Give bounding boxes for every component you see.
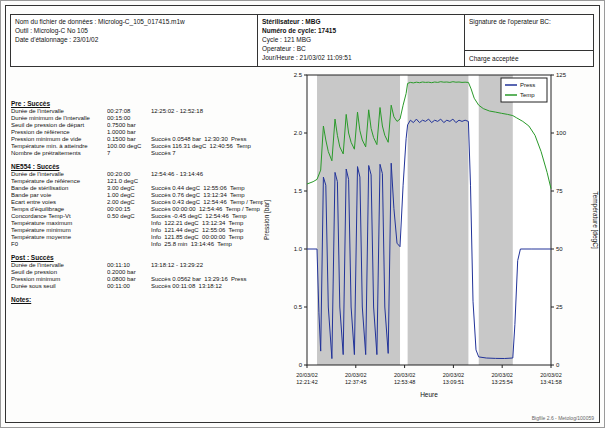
notes-label: Notes:	[11, 295, 263, 304]
header-cycle-box: Stérilisateur : MBG Numéro de cycle: 174…	[257, 14, 465, 67]
pressure-temperature-chart: 00.51.01.52.02.5025507510012520/03/0212:…	[259, 65, 601, 419]
svg-text:13:25:54: 13:25:54	[491, 379, 512, 385]
report-row: Durée minimum de l'intervalle00:15:00	[11, 115, 263, 122]
report-row: Temps d'équilibrage00:00:15Succès 00:00:…	[11, 206, 263, 213]
signature-divider	[465, 50, 593, 51]
svg-text:13:41:58: 13:41:58	[540, 379, 561, 385]
report-row: Seuil de pression0.2000 bar	[11, 269, 263, 276]
charge-accepted-label: Charge acceptée	[469, 55, 519, 62]
svg-text:0: 0	[556, 362, 560, 368]
data-file-name: Nom du fichier de données : Microlog-C_1…	[15, 17, 253, 26]
operator-name: Operateur : BC	[262, 44, 460, 53]
svg-text:0.5: 0.5	[294, 304, 303, 310]
report-row: F0Info 25.8 min 13:14:46 Temp	[11, 241, 263, 248]
report-row: Nombre de prétraitements7Succès 7	[11, 150, 263, 157]
cycle-datetime: Jour/Heure : 21/03/02 11:09:51	[262, 53, 460, 62]
svg-text:20/03/02: 20/03/02	[394, 372, 415, 378]
report-section: NE554 : SuccèsDurée de l'intervalle00:20…	[11, 162, 263, 248]
report-row: Température minimumInfo 121.44 degC 12:5…	[11, 227, 263, 234]
svg-text:12:21:42: 12:21:42	[296, 379, 317, 385]
svg-text:Pression [bar]: Pression [bar]	[263, 200, 271, 240]
report-row: Température maximumInfo 122.21 degC 13:1…	[11, 220, 263, 227]
svg-text:13:09:51: 13:09:51	[443, 379, 464, 385]
report-row: Ecart entre voies2.00 degCSuccès 0.43 de…	[11, 199, 263, 206]
report-row: Pression minimum0.0800 barSuccès 0.0562 …	[11, 276, 263, 283]
results-panel: Pre : SuccèsDurée de l'intervalle00:27:0…	[11, 99, 263, 309]
signature-label: Signature de l'operateur BC:	[469, 17, 589, 26]
cycle-name: Cycle : 121 MBG	[262, 35, 460, 44]
report-row: Température moyenneInfo 121.85 degC 00:0…	[11, 234, 263, 241]
report-row: Durée de l'intervalle00:20:0012:54:46 - …	[11, 171, 263, 178]
svg-text:12:53:48: 12:53:48	[394, 379, 415, 385]
svg-text:2.0: 2.0	[294, 130, 303, 136]
header-file-box: Nom du fichier de données : Microlog-C_1…	[10, 14, 258, 67]
software-version-note: Bigfile 2.6 - Metolog/100059	[532, 415, 594, 421]
svg-text:0: 0	[299, 362, 303, 368]
svg-text:75: 75	[556, 188, 563, 194]
svg-text:Température [degC]: Température [degC]	[591, 191, 599, 249]
report-row: Durée de l'intervalle00:11:1013:18:12 - …	[11, 262, 263, 269]
svg-text:125: 125	[556, 72, 567, 78]
section-title: Post : Succès	[11, 253, 263, 262]
svg-text:20/03/02: 20/03/02	[296, 372, 317, 378]
svg-text:100: 100	[556, 130, 567, 136]
svg-text:50: 50	[556, 246, 563, 252]
report-row: Durée de l'intervalle00:27:0812:25:02 - …	[11, 108, 263, 115]
report-sections: Pre : SuccèsDurée de l'intervalle00:27:0…	[11, 99, 263, 290]
svg-text:2.5: 2.5	[294, 72, 303, 78]
report-header: Nom du fichier de données : Microlog-C_1…	[10, 14, 594, 67]
svg-text:25: 25	[556, 304, 563, 310]
report-row: Bande par voie1.00 degCSuccès 0.76 degC …	[11, 192, 263, 199]
report-row: Bande de stérilisation3.00 degCSuccès 0.…	[11, 185, 263, 192]
sterilizer-name: Stérilisateur : MBG	[262, 17, 460, 26]
report-section: Pre : SuccèsDurée de l'intervalle00:27:0…	[11, 99, 263, 157]
svg-text:Temp: Temp	[520, 92, 535, 98]
section-title: Pre : Succès	[11, 99, 263, 108]
report-row: Température de référence121.0 degC	[11, 178, 263, 185]
svg-text:20/03/02: 20/03/02	[491, 372, 512, 378]
report-row: Pression de référence1.0000 bar	[11, 129, 263, 136]
section-title: NE554 : Succès	[11, 162, 263, 171]
svg-text:Heure: Heure	[420, 391, 438, 398]
tool-name: Outil : Microlog-C No 105	[15, 26, 253, 35]
chart-canvas: 00.51.01.52.02.5025507510012520/03/0212:…	[259, 65, 601, 419]
svg-text:12:37:45: 12:37:45	[345, 379, 366, 385]
svg-text:Press: Press	[520, 82, 535, 88]
svg-text:1.5: 1.5	[294, 188, 303, 194]
svg-text:1.0: 1.0	[294, 246, 303, 252]
report-row: Durée sous seuil00:11:00Succès 00:11:08 …	[11, 283, 263, 290]
signature-box: Signature de l'operateur BC: Charge acce…	[464, 14, 594, 67]
cycle-number: Numéro de cycle: 17415	[262, 26, 460, 35]
sterilization-report-page: Nom du fichier de données : Microlog-C_1…	[0, 0, 605, 428]
report-section: Post : SuccèsDurée de l'intervalle00:11:…	[11, 253, 263, 290]
calibration-date: Date d'étalonnage : 23/01/02	[15, 35, 253, 44]
svg-text:20/03/02: 20/03/02	[540, 372, 561, 378]
report-row: Pression minimum de vide0.1500 barSuccès…	[11, 136, 263, 143]
svg-text:20/03/02: 20/03/02	[443, 372, 464, 378]
report-row: Seuil de pression de départ0.7500 bar	[11, 122, 263, 129]
svg-text:20/03/02: 20/03/02	[345, 372, 366, 378]
report-row: Concordance Temp-Vt0.50 degCSuccès -0.45…	[11, 213, 263, 220]
report-row: Température min. à atteindre100.00 degCS…	[11, 143, 263, 150]
